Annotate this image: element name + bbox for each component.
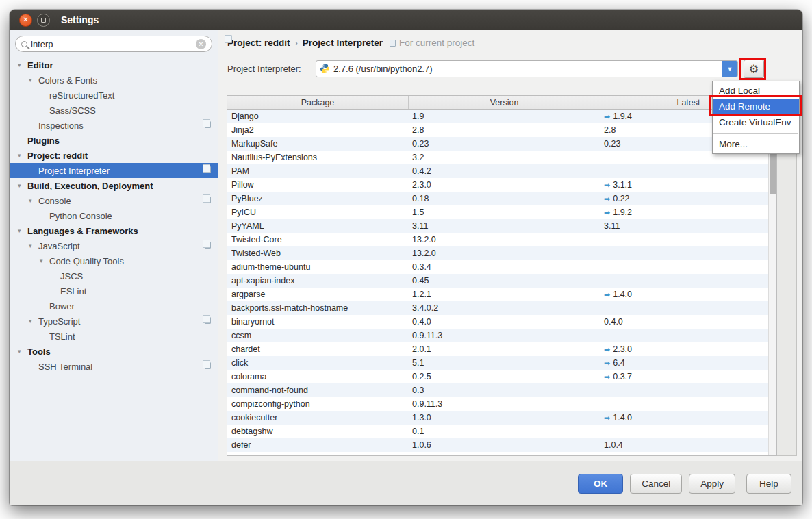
package-name: backports.ssl-match-hostname — [227, 303, 409, 313]
menu-item-add-remote[interactable]: Add Remote — [713, 99, 799, 114]
packages-table: Package Version Latest Django1.9➡1.9.4Ji… — [227, 95, 777, 456]
search-box[interactable]: ✕ — [15, 36, 212, 52]
table-row[interactable]: dirspec13.1013.08 — [227, 452, 776, 456]
chevron-down-icon[interactable]: ▾ — [29, 242, 32, 249]
upgrade-arrow-icon: ➡ — [604, 346, 610, 353]
breadcrumb: Project: reddit › Project Interpreter Fo… — [227, 38, 474, 48]
help-button[interactable]: Help — [746, 474, 791, 494]
table-row[interactable]: adium-theme-ubuntu0.3.4 — [227, 260, 776, 274]
package-version: 1.3.0 — [409, 413, 600, 422]
table-row[interactable]: cookiecutter1.3.0➡1.4.0 — [227, 411, 776, 425]
chevron-down-icon[interactable]: ▾ — [29, 197, 32, 204]
table-row[interactable]: Nautilus-PyExtensions3.2 — [227, 151, 776, 164]
table-row[interactable]: PyYAML3.113.11 — [227, 219, 776, 233]
sidebar-item-languages-frameworks[interactable]: ▾Languages & Frameworks — [10, 223, 218, 238]
copy-icon — [205, 242, 211, 249]
chevron-down-icon[interactable]: ▾ — [40, 257, 43, 264]
cancel-button[interactable]: Cancel — [630, 474, 682, 494]
package-name: Twisted-Core — [227, 235, 409, 244]
sidebar-item-typescript[interactable]: ▾TypeScript — [10, 314, 218, 329]
combobox-dropdown-button[interactable]: ▼ — [722, 61, 737, 77]
table-row[interactable]: colorama0.2.5➡0.3.7 — [227, 370, 776, 383]
tree-item-label: Languages & Frameworks — [27, 226, 138, 236]
table-row[interactable]: chardet2.0.1➡2.3.0 — [227, 342, 776, 356]
table-row[interactable]: argparse1.2.1➡1.4.0 — [227, 288, 776, 301]
sidebar-item-code-quality-tools[interactable]: ▾Code Quality Tools — [10, 253, 218, 268]
clear-search-icon[interactable]: ✕ — [196, 39, 206, 49]
chevron-down-icon[interactable]: ▾ — [18, 62, 21, 68]
sidebar-item-python-console[interactable]: Python Console — [10, 208, 218, 223]
column-header-package[interactable]: Package — [227, 96, 409, 109]
sidebar-item-colors-fonts[interactable]: ▾Colors & Fonts — [10, 73, 218, 88]
table-row[interactable]: command-not-found0.3 — [227, 383, 776, 397]
search-input[interactable] — [31, 39, 196, 49]
package-version: 0.3.4 — [409, 262, 600, 272]
table-row[interactable]: PyICU1.5➡1.9.2 — [227, 205, 776, 219]
menu-item-more[interactable]: More... — [713, 136, 799, 152]
sidebar-item-sass-scss[interactable]: Sass/SCSS — [10, 103, 218, 118]
interpreter-gear-button[interactable]: ⚙ — [744, 60, 764, 78]
maximize-icon[interactable] — [37, 14, 50, 27]
close-icon[interactable]: ✕ — [19, 14, 32, 27]
sidebar-item-jscs[interactable]: JSCS — [10, 268, 218, 283]
column-header-version[interactable]: Version — [409, 96, 600, 109]
latest-version-label: 0.22 — [613, 194, 629, 203]
package-version: 2.0.1 — [409, 344, 600, 354]
table-row[interactable]: ccsm0.9.11.3 — [227, 329, 776, 342]
ok-button[interactable]: OK — [578, 474, 623, 494]
tree-item-label: SSH Terminal — [38, 362, 92, 372]
vertical-scrollbar[interactable] — [768, 110, 776, 455]
table-row[interactable]: backports.ssl-match-hostname3.4.0.2 — [227, 301, 776, 315]
table-row[interactable]: Django1.9➡1.9.4 — [227, 110, 776, 123]
sidebar-item-editor[interactable]: ▾Editor — [10, 58, 218, 73]
sidebar-item-bower[interactable]: Bower — [10, 299, 218, 314]
table-row[interactable]: defer1.0.61.0.4 — [227, 438, 776, 452]
table-header: Package Version Latest — [227, 96, 776, 110]
button-label: Apply — [700, 479, 724, 489]
sidebar-item-plugins[interactable]: Plugins — [10, 133, 218, 148]
package-name: command-not-found — [227, 385, 409, 395]
apply-button[interactable]: Apply — [689, 474, 735, 494]
table-row[interactable]: Pillow2.3.0➡3.1.1 — [227, 178, 776, 192]
sidebar-item-tools[interactable]: ▾Tools — [10, 344, 218, 359]
sidebar-item-eslint[interactable]: ESLint — [10, 283, 218, 299]
upgrade-arrow-icon: ➡ — [604, 359, 610, 367]
chevron-down-icon[interactable]: ▾ — [29, 318, 32, 325]
table-row[interactable]: Jinja22.82.8 — [227, 123, 776, 137]
table-row[interactable]: debtagshw0.1 — [227, 425, 776, 438]
sidebar-item-project-interpreter[interactable]: Project Interpreter — [10, 163, 218, 178]
sidebar-item-restructuredtext[interactable]: reStructuredText — [10, 88, 218, 103]
sidebar-item-project-reddit[interactable]: ▾Project: reddit — [10, 148, 218, 163]
sidebar-item-tslint[interactable]: TSLint — [10, 329, 218, 344]
table-row[interactable]: Twisted-Core13.2.0 — [227, 233, 776, 246]
package-name: Jinja2 — [227, 125, 409, 135]
sidebar-item-ssh-terminal[interactable]: SSH Terminal — [10, 359, 218, 374]
menu-item-create-virtualenv[interactable]: Create VirtualEnv — [713, 114, 799, 130]
menu-item-add-local[interactable]: Add Local — [713, 83, 799, 99]
table-row[interactable]: click5.1➡6.4 — [227, 356, 776, 370]
copy-icon — [205, 166, 211, 173]
table-row[interactable]: binaryornot0.4.00.4.0 — [227, 315, 776, 329]
table-row[interactable]: Twisted-Web13.2.0 — [227, 246, 776, 260]
sidebar-item-inspections[interactable]: Inspections — [10, 118, 218, 133]
interpreter-combobox[interactable]: 2.7.6 (/usr/bin/python2.7) ▼ — [316, 60, 738, 77]
copy-icon — [205, 121, 211, 128]
breadcrumb-page: Project Interpreter — [303, 38, 383, 48]
latest-version-label: 1.9.2 — [613, 207, 632, 217]
chevron-down-icon[interactable]: ▾ — [29, 77, 32, 84]
breadcrumb-project[interactable]: Project: reddit — [227, 38, 290, 48]
table-row[interactable]: MarkupSafe0.230.23 — [227, 137, 776, 151]
package-name: binaryornot — [227, 317, 409, 327]
chevron-down-icon[interactable]: ▾ — [18, 348, 21, 355]
chevron-down-icon[interactable]: ▾ — [18, 152, 21, 159]
table-row[interactable]: PyBluez0.18➡0.22 — [227, 192, 776, 205]
sidebar-item-javascript[interactable]: ▾JavaScript — [10, 238, 218, 253]
chevron-down-icon[interactable]: ▾ — [18, 182, 21, 189]
sidebar-item-console[interactable]: ▾Console — [10, 193, 218, 208]
table-row[interactable]: compizconfig-python0.9.11.3 — [227, 397, 776, 411]
sidebar-item-build-execution-deployment[interactable]: ▾Build, Execution, Deployment — [10, 178, 218, 193]
table-row[interactable]: apt-xapian-index0.45 — [227, 274, 776, 288]
table-row[interactable]: PAM0.4.2 — [227, 164, 776, 178]
settings-tree: ▾Editor▾Colors & FontsreStructuredTextSa… — [10, 58, 218, 461]
chevron-down-icon[interactable]: ▾ — [18, 227, 21, 234]
